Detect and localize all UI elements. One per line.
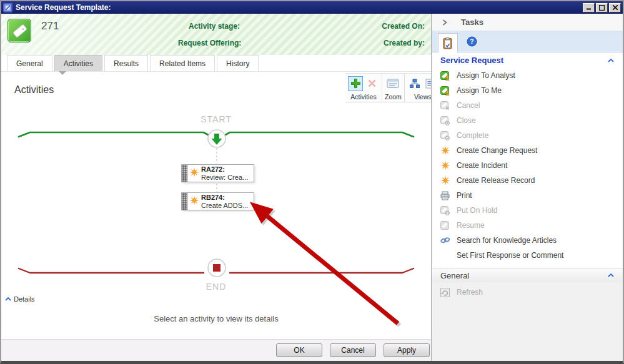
flow-view-button[interactable] — [407, 76, 422, 91]
tab-bar: General Activities Results Related Items… — [1, 55, 431, 72]
general-section-body: Refresh — [432, 282, 623, 361]
add-icon — [350, 78, 361, 89]
task-close: Close — [432, 113, 623, 128]
task-create-change-request[interactable]: Create Change Request — [432, 143, 623, 158]
task-print[interactable]: Print — [432, 188, 623, 203]
tasks-pane-header[interactable]: Tasks — [432, 14, 623, 31]
activities-toolbar: Activities Zoom — [345, 73, 431, 102]
task-complete: Complete — [432, 128, 623, 143]
task-put-on-hold: Put On Hold — [432, 203, 623, 218]
chevron-up-icon — [5, 297, 11, 301]
task-create-release-record[interactable]: Create Release Record — [432, 173, 623, 188]
task-assign-to-me[interactable]: Assign To Me — [432, 83, 623, 98]
titlebar: Service Request Template: — [1, 1, 623, 14]
tab-related-items[interactable]: Related Items — [150, 55, 215, 71]
selection-hint: Select an activity to view its details — [1, 314, 431, 323]
help-icon: ? — [467, 36, 477, 47]
task-cancel: Cancel — [432, 98, 623, 113]
start-arrow-icon — [212, 134, 222, 145]
toolbar-group-zoom: Zoom — [382, 74, 404, 102]
activity-node-rb274[interactable]: RB274: Create ADDS... — [181, 192, 254, 210]
zoom-icon — [387, 79, 399, 89]
tab-activities[interactable]: Activities — [54, 55, 102, 71]
window-title: Service Request Template: — [16, 3, 582, 12]
ticket-check-icon — [440, 130, 450, 141]
zoom-button[interactable] — [385, 76, 400, 91]
service-request-template-window: Service Request Template: 271 Activity s… — [0, 0, 624, 364]
maximize-icon — [599, 5, 605, 11]
details-label: Details — [14, 295, 35, 303]
tasks-tabstrip: ? — [432, 31, 623, 52]
printer-icon — [440, 190, 450, 201]
star-icon — [440, 145, 450, 156]
section-general[interactable]: General — [432, 268, 623, 282]
node-title: Review: Crea... — [201, 174, 248, 181]
activity-stage-label: Activity stage: — [189, 22, 240, 31]
star-icon — [189, 167, 199, 180]
task-assign-to-analyst[interactable]: Assign To Analyst — [432, 68, 623, 83]
flow-view-icon — [409, 79, 420, 89]
dialog-footer: OK Cancel Apply — [1, 339, 431, 361]
apply-button[interactable]: Apply — [384, 343, 430, 357]
chevron-up-icon — [608, 273, 614, 277]
activity-node-ra272[interactable]: RA272: Review: Crea... — [181, 164, 254, 182]
tab-general[interactable]: General — [7, 55, 52, 71]
end-label: END — [1, 282, 431, 292]
ticket-user-icon — [440, 86, 450, 96]
start-label: START — [1, 114, 431, 124]
tasks-title: Tasks — [461, 17, 483, 27]
star-icon — [440, 160, 450, 171]
node-id: RB274: — [201, 194, 225, 201]
delete-activity-button — [364, 76, 379, 91]
tasks-pane: Tasks ? Service Request Assign To Analys… — [431, 14, 623, 361]
created-by-label: Created by: — [384, 39, 425, 47]
service-request-icon — [7, 19, 31, 42]
node-id: RA272: — [201, 165, 225, 173]
ticket-circle-x-icon — [440, 116, 450, 126]
activities-content: Activities Activities — [1, 72, 431, 339]
selected-tab-notch — [59, 71, 66, 75]
star-icon — [440, 175, 450, 186]
task-set-first-response[interactable]: Set First Response or Comment — [432, 248, 623, 263]
clipboard-icon — [442, 37, 453, 50]
ticket-icon — [440, 220, 450, 231]
record-header: 271 Activity stage: Request Offering: Cr… — [1, 14, 431, 55]
delete-icon — [367, 79, 377, 88]
details-expander[interactable]: Details — [5, 295, 35, 303]
section-title: Service Request — [440, 56, 503, 65]
close-icon — [613, 5, 618, 10]
task-create-incident[interactable]: Create Incident — [432, 158, 623, 173]
ticket-x-icon — [440, 101, 450, 111]
svg-text:?: ? — [470, 37, 473, 45]
toolbar-label-activities: Activities — [350, 92, 376, 101]
tasks-tab[interactable] — [438, 33, 458, 52]
minimize-icon — [587, 5, 592, 10]
task-resume: Resume — [432, 218, 623, 233]
node-grip — [182, 193, 187, 210]
list-view-icon — [425, 79, 431, 89]
minimize-button[interactable] — [583, 3, 595, 12]
node-grip — [182, 165, 187, 182]
section-title: General — [440, 271, 469, 280]
close-button[interactable] — [609, 3, 621, 12]
maximize-button[interactable] — [596, 3, 608, 12]
app-icon — [3, 3, 12, 12]
refresh-icon — [440, 287, 450, 298]
section-service-request[interactable]: Service Request — [432, 52, 623, 68]
request-offering-label: Request Offering: — [178, 39, 241, 47]
list-view-button[interactable] — [423, 76, 431, 91]
created-on-label: Created On: — [382, 22, 425, 31]
link-icon — [440, 235, 450, 246]
toolbar-label-zoom: Zoom — [385, 92, 402, 101]
ticket-user-icon — [440, 71, 450, 81]
ticket-pause-icon — [440, 205, 450, 216]
chevron-up-icon — [608, 59, 614, 62]
task-search-knowledge-articles[interactable]: Search for Knowledge Articles — [432, 233, 623, 248]
help-button[interactable]: ? — [467, 36, 477, 49]
tab-history[interactable]: History — [217, 55, 259, 71]
cancel-button[interactable]: Cancel — [330, 343, 376, 357]
ok-button[interactable]: OK — [276, 343, 322, 357]
main-pane: 271 Activity stage: Request Offering: Cr… — [1, 14, 431, 361]
add-activity-button[interactable] — [348, 76, 363, 91]
tab-results[interactable]: Results — [104, 55, 148, 71]
